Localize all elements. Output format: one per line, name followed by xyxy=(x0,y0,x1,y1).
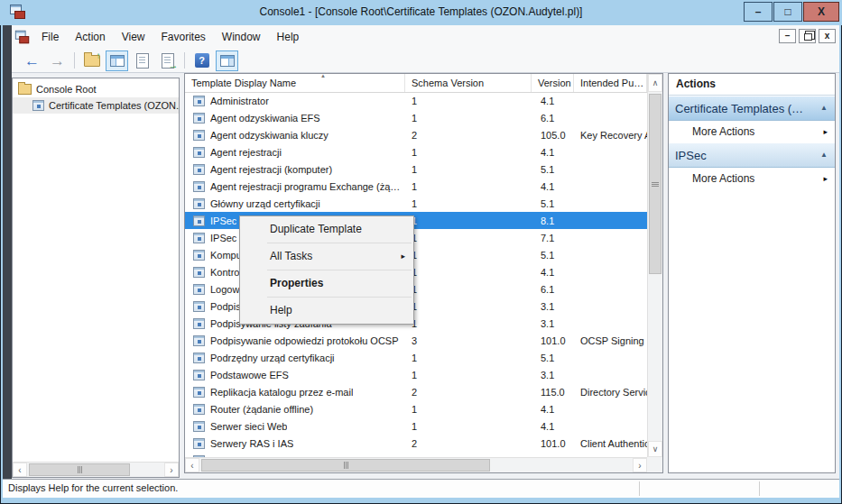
child-minimize-button[interactable]: – xyxy=(779,29,796,43)
child-close-button[interactable]: x xyxy=(819,29,836,43)
export-list-icon xyxy=(162,53,174,69)
intended-purposes: Key Recovery Agent xyxy=(574,130,647,141)
certificate-template-icon xyxy=(193,113,205,124)
actions-section-certificate-templates[interactable]: Certificate Templates (OZON.Audytel.pl)▲ xyxy=(669,96,835,121)
forward-button[interactable]: → xyxy=(46,50,69,71)
table-row[interactable]: Agent odzyskiwania EFS16.1 xyxy=(185,109,647,126)
template-name: Agent odzyskiwania EFS xyxy=(210,113,320,124)
list-hscroll-thumb[interactable] xyxy=(201,459,490,472)
context-menu-item-help[interactable]: Help xyxy=(240,299,413,322)
show-hide-console-tree-button[interactable] xyxy=(106,50,128,71)
context-menu-label: Duplicate Template xyxy=(270,223,362,235)
scroll-down-icon[interactable]: ∨ xyxy=(648,441,662,457)
certificate-template-icon xyxy=(193,130,205,141)
template-name: Replikacja katalogu przez e-mail xyxy=(210,387,353,398)
console-tree-panel: Console RootCertificate Templates (OZON.… xyxy=(12,78,180,478)
context-menu-item-all-tasks[interactable]: All Tasks▸ xyxy=(240,245,413,268)
version: 8.1 xyxy=(532,215,574,226)
actions-section-ipsec[interactable]: IPSec▲ xyxy=(669,142,835,168)
menu-favorites[interactable]: Favorites xyxy=(153,27,214,47)
scroll-right-icon[interactable]: › xyxy=(164,463,179,477)
context-menu-label: Help xyxy=(270,304,292,316)
maximize-button[interactable]: □ xyxy=(773,2,802,22)
version: 115.0 xyxy=(532,387,574,398)
table-row[interactable]: Replikacja katalogu przez e-mail2115.0Di… xyxy=(185,383,647,400)
back-icon: ← xyxy=(24,53,40,69)
up-one-level-button[interactable] xyxy=(80,50,103,71)
table-row[interactable]: Podpisywanie odpowiedzi protokołu OCSP31… xyxy=(185,332,647,349)
tree-horizontal-scrollbar[interactable]: ‹ › xyxy=(13,462,179,477)
table-row[interactable]: Administrator14.1 xyxy=(185,92,647,109)
toolbar-separator xyxy=(184,52,185,69)
table-row[interactable]: Agent rejestracji programu Exchange (żąd… xyxy=(185,178,647,195)
context-menu-item-properties[interactable]: Properties xyxy=(240,272,413,295)
table-row[interactable]: Agent rejestracji (komputer)15.1 xyxy=(185,160,647,178)
certificate-template-icon xyxy=(193,438,205,449)
status-text: Displays Help for the current selection. xyxy=(8,482,178,493)
version: 4.1 xyxy=(532,96,574,106)
intended-purposes: Client Authentication xyxy=(574,438,647,449)
table-row[interactable]: Serwery RAS i IAS2101.0Client Authentica… xyxy=(185,435,647,452)
minimize-button[interactable]: – xyxy=(744,2,773,22)
table-row[interactable]: Serwer sieci Web14.1 xyxy=(185,417,647,435)
certificate-template-icon xyxy=(193,181,205,192)
menu-bar: FileActionViewFavoritesWindowHelp – x xyxy=(12,25,839,50)
context-menu-separator xyxy=(267,243,412,243)
certificate-template-icon xyxy=(193,353,205,363)
scroll-left-icon[interactable]: ‹ xyxy=(185,458,199,472)
version: 101.0 xyxy=(532,438,574,449)
column-header-intended-purposes[interactable]: Intended Purposes xyxy=(574,74,647,92)
context-menu-item-duplicate-template[interactable]: Duplicate Template xyxy=(240,218,413,241)
table-row[interactable]: Podstawowe EFS13.1 xyxy=(185,366,647,383)
tree-scroll-thumb[interactable] xyxy=(29,463,130,476)
schema-version: 1 xyxy=(405,353,532,363)
list-vertical-scrollbar[interactable]: ∧ ∨ xyxy=(647,74,662,457)
export-list-button[interactable] xyxy=(156,50,179,71)
menu-window[interactable]: Window xyxy=(214,27,269,47)
help-button[interactable]: ? xyxy=(190,50,213,71)
version: 105.0 xyxy=(532,130,574,141)
up-one-level-icon xyxy=(84,55,100,67)
menu-view[interactable]: View xyxy=(114,27,153,47)
template-name: Agent rejestracji programu Exchange (żąd… xyxy=(210,181,405,192)
table-row[interactable]: Podrzędny urząd certyfikacji15.1 xyxy=(185,349,647,366)
context-menu: Duplicate TemplateAll Tasks▸PropertiesHe… xyxy=(239,215,414,325)
column-header-template-display-name[interactable]: Template Display Name▲ xyxy=(185,74,405,92)
close-button[interactable]: X xyxy=(803,2,839,22)
certificate-template-icon xyxy=(193,387,205,398)
menu-action[interactable]: Action xyxy=(67,27,113,47)
child-restore-button[interactable] xyxy=(799,29,816,43)
schema-version: 1 xyxy=(405,301,532,312)
background-sliver xyxy=(3,25,12,479)
version: 5.1 xyxy=(532,250,574,261)
template-name: Serwery RAS i IAS xyxy=(210,438,293,449)
menu-file[interactable]: File xyxy=(33,27,67,47)
menu-help[interactable]: Help xyxy=(269,27,308,47)
scroll-left-icon[interactable]: ‹ xyxy=(13,463,27,477)
title-bar[interactable]: Console1 - [Console Root\Certificate Tem… xyxy=(0,0,842,25)
window-title: Console1 - [Console Root\Certificate Tem… xyxy=(0,5,842,18)
scroll-up-icon[interactable]: ∧ xyxy=(648,74,662,92)
table-row[interactable]: Agent rejestracji14.1 xyxy=(185,143,647,160)
list-horizontal-scrollbar[interactable]: ‹ › xyxy=(185,457,647,472)
status-bar: Displays Help for the current selection. xyxy=(3,479,839,498)
table-row[interactable]: Agent odzyskiwania kluczy2105.0Key Recov… xyxy=(185,126,647,143)
column-header-version[interactable]: Version xyxy=(532,74,574,92)
certificate-template-icon xyxy=(193,96,205,106)
help-icon: ? xyxy=(195,53,209,68)
back-button[interactable]: ← xyxy=(21,50,43,71)
show-hide-action-pane-button[interactable] xyxy=(216,50,238,71)
tree-item-certificate-templates[interactable]: Certificate Templates (OZON.Audytel.pl) xyxy=(13,97,179,114)
table-row[interactable]: Router (żądanie offline)14.1 xyxy=(185,400,647,417)
column-header-schema-version[interactable]: Schema Version xyxy=(405,74,532,92)
scroll-right-icon[interactable]: › xyxy=(633,458,647,472)
list-scroll-thumb[interactable] xyxy=(649,94,662,274)
properties-button[interactable] xyxy=(131,50,153,71)
show-hide-action-pane-icon xyxy=(220,55,235,67)
actions-item-more-actions[interactable]: More Actions▸ xyxy=(669,121,835,142)
actions-item-more-actions[interactable]: More Actions▸ xyxy=(669,168,835,189)
show-hide-console-tree-icon xyxy=(110,55,125,67)
tree-item-console-root[interactable]: Console Root xyxy=(13,81,179,97)
child-window-controls: – x xyxy=(779,29,836,43)
table-row[interactable]: Główny urząd certyfikacji15.1 xyxy=(185,195,647,212)
